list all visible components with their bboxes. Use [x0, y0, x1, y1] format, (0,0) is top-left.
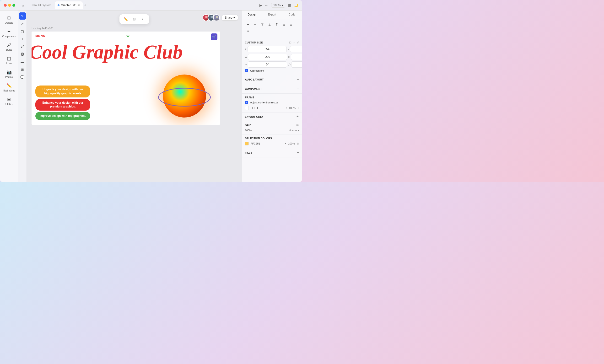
align-row-1: ⊢ ⊣ ⊤ ⊥ T ⊞ ⊟ ≡: [245, 22, 299, 34]
tab-design[interactable]: Design: [242, 11, 262, 19]
component-add-button[interactable]: +: [297, 87, 299, 91]
frame-icon[interactable]: ⊡: [130, 16, 138, 23]
align-distribute-h-button[interactable]: ≡: [245, 28, 251, 34]
size-fullscreen-icon[interactable]: ⤢: [297, 41, 299, 44]
text-tool[interactable]: T: [19, 35, 26, 42]
grid-eye-icon[interactable]: 👁: [296, 124, 299, 127]
custom-size-header: CUSTOM SIZE □ ▱ ⤢: [245, 41, 299, 44]
align-bottom-button[interactable]: ⊟: [288, 22, 294, 27]
sel-color-swatch[interactable]: [245, 142, 249, 145]
comment-tool[interactable]: 💬: [19, 74, 26, 81]
component-section: COMPONENT +: [242, 84, 302, 94]
tab-add-button[interactable]: +: [84, 3, 86, 7]
grid-mode-value: Normal: [289, 129, 297, 132]
sidebar-item-label: Components: [2, 35, 16, 38]
badge-upgrade: Upgrade your design with our high-qualit…: [35, 86, 90, 98]
sel-color-eyedropper-icon[interactable]: ⊕: [297, 142, 299, 145]
component-tool[interactable]: ⊞: [19, 66, 26, 73]
size-page-icon[interactable]: □: [289, 41, 291, 44]
fullscreen-button[interactable]: [13, 4, 15, 7]
svg-point-4: [211, 16, 213, 18]
sidebar-item-label: Illustrations: [3, 89, 15, 92]
fill-color-swatch[interactable]: [245, 106, 249, 110]
home-button[interactable]: ⌂: [20, 2, 26, 8]
icons-icon: ◫: [7, 56, 11, 61]
canvas-area[interactable]: ✏️ ⊡ ✦: [27, 11, 242, 182]
selection-colors-section: SELECTION COLORS FFC951 ▾ 100% ⊕: [242, 135, 302, 148]
sel-color-dropdown-icon[interactable]: ▾: [285, 142, 286, 145]
share-label: Share: [225, 16, 232, 19]
selection-colors-title: SELECTION COLORS: [245, 137, 272, 140]
theme-icon[interactable]: 🌙: [294, 3, 298, 7]
adjust-resize-row: ✓ Adjust content on resize: [245, 101, 299, 104]
tab-new-ui-system[interactable]: New UI System: [29, 1, 54, 9]
tab-active-dot: [58, 4, 60, 6]
auto-layout-add-button[interactable]: +: [297, 77, 299, 82]
align-middle-v-button[interactable]: ⊞: [281, 22, 287, 27]
tab-graphic-lift[interactable]: Graphic Lift ✕: [55, 1, 83, 9]
custom-size-icons: □ ▱ ⤢: [289, 41, 299, 44]
align-left-button[interactable]: ⊢: [245, 22, 251, 27]
auto-layout-title: AUTO LAYOUT: [245, 78, 264, 81]
mask-icon[interactable]: ✦: [139, 16, 147, 23]
h-input[interactable]: [291, 54, 302, 60]
auto-layout-header: AUTO LAYOUT +: [245, 77, 299, 82]
w-input[interactable]: [248, 54, 287, 60]
layout-grid-header: LAYOUT GRID 👁: [245, 115, 299, 118]
fill-opacity-value: 100%: [289, 107, 296, 109]
align-top-button[interactable]: T: [274, 22, 280, 27]
sidebar-item-icons[interactable]: ◫ Icons: [1, 54, 17, 67]
align-distribute-v-button[interactable]: ⊥: [266, 22, 273, 27]
tab-code[interactable]: Code: [282, 11, 302, 19]
rotation-input[interactable]: [248, 61, 287, 68]
align-right-button[interactable]: ⊤: [259, 22, 265, 27]
adjust-resize-checkbox[interactable]: ✓: [245, 101, 248, 104]
tab-export[interactable]: Export: [262, 11, 282, 19]
play-icon[interactable]: ▶: [260, 3, 262, 7]
grid-mode-dropdown-icon[interactable]: ▾: [298, 129, 299, 132]
layout-grid-eye-icon[interactable]: 👁: [296, 115, 299, 118]
grid-icon[interactable]: ⋯: [265, 3, 268, 7]
xy-row: X Y ⊣ ⊤: [245, 46, 299, 52]
right-panel: Design Export Code ⊢ ⊣ ⊤ ⊥ T ⊞ ⊟ ≡ CUSTO…: [242, 11, 302, 182]
sidebar-item-uikits[interactable]: ⊟ UI Kits: [1, 95, 17, 107]
share-button[interactable]: Share ▾: [222, 15, 238, 21]
comment-icon[interactable]: ▦: [288, 3, 291, 7]
canvas-frame[interactable]: MENU ✶ 🛒 Cool Graphic Club Upgrade your …: [32, 32, 220, 125]
corner-input[interactable]: [291, 61, 302, 68]
y-input[interactable]: [290, 46, 302, 52]
pen-tool[interactable]: 🖊: [19, 43, 26, 50]
sidebar-item-objects[interactable]: ⊞ Objects: [1, 13, 17, 26]
tab-close-icon[interactable]: ✕: [78, 4, 80, 6]
uikits-icon: ⊟: [7, 97, 11, 102]
select-tool[interactable]: ↖: [19, 13, 26, 20]
align-section: ⊢ ⊣ ⊤ ⊥ T ⊞ ⊟ ≡: [242, 19, 302, 38]
sidebar-item-styles[interactable]: 🖌 Styles: [1, 41, 17, 53]
y-label: Y: [288, 48, 289, 51]
clip-checkbox[interactable]: ✓: [245, 69, 248, 72]
design-title-text: Cool Graphic Club: [32, 42, 183, 62]
edit-icon[interactable]: ✏️: [122, 16, 129, 23]
zoom-control[interactable]: 100% ▾: [271, 3, 285, 8]
close-button[interactable]: [4, 4, 7, 7]
photos-icon: 📷: [6, 70, 12, 75]
sidebar-item-photos[interactable]: 📷 Photos: [1, 68, 17, 80]
x-input[interactable]: [248, 46, 287, 52]
fill-dropdown-icon[interactable]: ▾: [286, 107, 287, 109]
minimize-button[interactable]: [8, 4, 11, 7]
sidebar-item-components[interactable]: ✦ Components: [1, 27, 17, 40]
components-icon: ✦: [7, 29, 11, 34]
transform-tool[interactable]: ⤢: [19, 20, 26, 27]
shape-tool[interactable]: ▬: [19, 58, 26, 65]
image-tool[interactable]: 🖼: [19, 51, 26, 58]
size-component-icon[interactable]: ▱: [293, 41, 295, 44]
sidebar-item-illustrations[interactable]: ✏️ Illustrations: [1, 81, 17, 94]
sidebar-item-label: Styles: [6, 49, 12, 51]
custom-size-section: CUSTOM SIZE □ ▱ ⤢ X Y ⊣ ⊤ W H: [242, 38, 302, 75]
fill-add-icon[interactable]: +: [297, 106, 299, 110]
fills-add-button[interactable]: +: [297, 151, 299, 155]
frame-tool[interactable]: ▢: [19, 28, 26, 35]
grid-value-row: 100% Normal ▾: [245, 129, 299, 132]
avatar-3-img: [214, 14, 219, 21]
align-center-h-button[interactable]: ⊣: [252, 22, 258, 27]
